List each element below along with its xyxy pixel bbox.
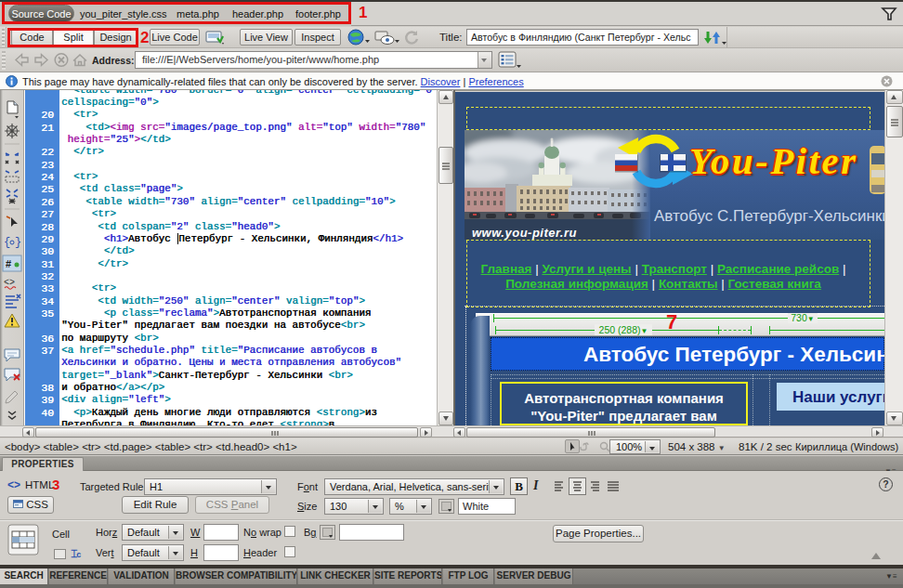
svg-text:}: } <box>15 236 21 249</box>
svg-text:#: # <box>6 258 11 269</box>
svg-text:{: { <box>4 236 10 249</box>
